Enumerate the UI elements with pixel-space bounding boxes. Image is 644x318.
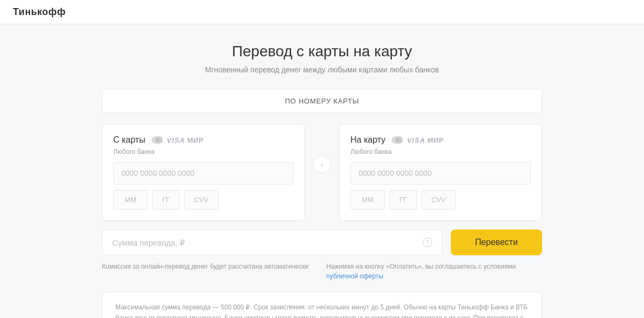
to-card-network-icons: VISA МИР xyxy=(390,135,444,145)
page-title: Перевод с карты на карту xyxy=(102,43,542,60)
to-mastercard-icon xyxy=(390,135,405,145)
from-card-cvv-input[interactable] xyxy=(184,190,218,210)
amount-panel: ? xyxy=(102,230,442,255)
mastercard-icon xyxy=(150,135,165,145)
to-card-cvv-input[interactable] xyxy=(421,190,456,210)
from-card-mm-input[interactable] xyxy=(113,190,148,210)
commission-text: Комиссия за онлайн-перевод денег будет р… xyxy=(102,262,318,281)
to-card-bank-label: Любого банка xyxy=(350,148,531,156)
offer-text-before: Нажимая на кнопку «Оплатить», вы соглаша… xyxy=(326,263,516,270)
arrow-connector: › xyxy=(313,156,331,173)
from-card-yy-input[interactable] xyxy=(152,190,180,210)
mir-icon: МИР xyxy=(187,136,203,144)
to-card-yy-input[interactable] xyxy=(389,190,417,210)
help-icon[interactable]: ? xyxy=(422,238,432,247)
offer-text: Нажимая на кнопку «Оплатить», вы соглаша… xyxy=(326,262,542,281)
visa-icon: VISA xyxy=(167,136,185,144)
transfer-button[interactable]: Перевести xyxy=(451,230,542,255)
from-card-bank-label: Любого банка xyxy=(113,148,294,156)
disclaimer-box: Максимальная сумма перевода — 500 000 ₽.… xyxy=(102,292,542,318)
svg-point-1 xyxy=(155,136,163,144)
tab-by-card-number[interactable]: ПО НОМЕРУ КАРТЫ xyxy=(264,90,380,113)
logo: Тинькофф xyxy=(13,6,66,18)
from-card-network-icons: VISA МИР xyxy=(150,135,204,145)
to-mir-icon: МИР xyxy=(428,136,444,144)
to-card-label: На карту xyxy=(350,135,385,145)
to-card-mm-input[interactable] xyxy=(350,190,385,210)
from-card-label: С карты xyxy=(113,135,145,145)
from-card-panel: С карты VISA МИР Любого банка xyxy=(102,124,305,221)
to-card-panel: На карту VISA МИР Любого банка xyxy=(339,124,542,221)
svg-point-3 xyxy=(396,136,403,144)
arrow-icon: › xyxy=(313,156,331,173)
to-visa-icon: VISA xyxy=(407,136,425,144)
to-card-number-input[interactable] xyxy=(350,162,531,184)
disclaimer-text: Максимальная сумма перевода — 500 000 ₽.… xyxy=(115,302,529,318)
from-card-number-input[interactable] xyxy=(113,162,294,184)
amount-input[interactable] xyxy=(112,238,418,247)
page-subtitle: Мгновенный перевод денег между любыми ка… xyxy=(102,65,542,74)
offer-link[interactable]: публичной оферты xyxy=(326,272,383,280)
